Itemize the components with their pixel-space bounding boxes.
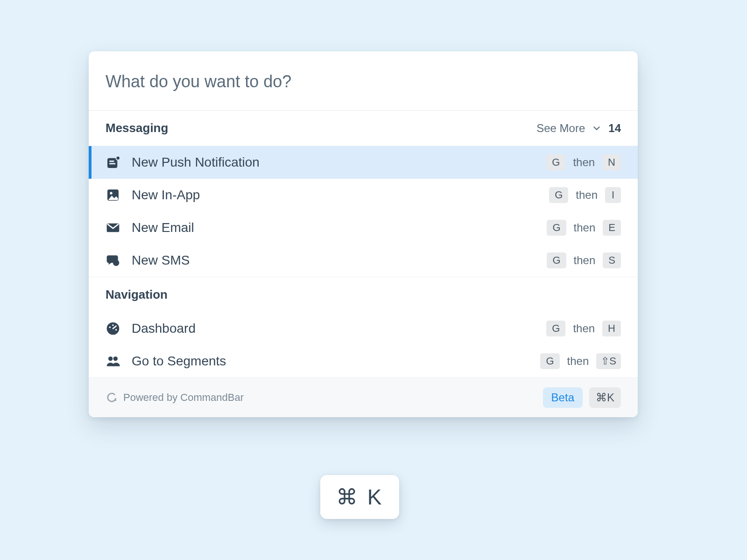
svg-point-7 — [113, 260, 119, 266]
in-app-icon — [106, 188, 120, 203]
key: G — [540, 353, 559, 369]
command-item-new-sms[interactable]: New SMS G then S — [89, 244, 638, 277]
footer-shortcut-badge: ⌘K — [589, 387, 621, 408]
then-label: then — [574, 221, 596, 234]
svg-point-1 — [116, 156, 120, 160]
dashboard-icon — [106, 321, 120, 336]
chevron-down-icon — [592, 123, 602, 133]
section-title: Messaging — [106, 121, 168, 135]
command-list-messaging: New Push Notification G then N New In-Ap… — [89, 146, 638, 277]
then-label: then — [573, 322, 595, 335]
command-label: Dashboard — [132, 321, 196, 336]
command-item-new-push-notification[interactable]: New Push Notification G then N — [89, 146, 638, 179]
key: G — [546, 154, 565, 170]
command-item-new-in-app[interactable]: New In-App G then I — [89, 179, 638, 211]
section-controls: See More 14 — [536, 122, 621, 135]
svg-point-9 — [109, 327, 111, 328]
command-list-navigation: Dashboard G then H Go to Segments G then… — [89, 312, 638, 378]
push-notification-icon — [106, 155, 120, 170]
svg-point-5 — [110, 192, 112, 194]
section-header-navigation: Navigation — [89, 277, 638, 312]
command-label: New Email — [132, 220, 194, 235]
see-more-button[interactable]: See More — [536, 122, 585, 135]
beta-badge[interactable]: Beta — [543, 387, 583, 408]
palette-footer: Powered by CommandBar Beta ⌘K — [89, 378, 638, 417]
section-title: Navigation — [106, 287, 168, 302]
command-shortcut: G then E — [547, 220, 621, 236]
key: G — [547, 220, 566, 236]
command-label: New Push Notification — [132, 155, 260, 170]
key: N — [602, 154, 621, 170]
commandbar-logo-icon — [106, 392, 118, 404]
key: S — [603, 252, 621, 268]
command-palette: Messaging See More 14 New Push Notificat… — [89, 51, 638, 417]
floating-shortcut-label: ⌘ K — [336, 484, 383, 510]
command-label: Go to Segments — [132, 354, 226, 369]
section-count: 14 — [608, 122, 621, 135]
section-header-messaging: Messaging See More 14 — [89, 111, 638, 146]
command-shortcut: G then N — [546, 154, 621, 170]
svg-point-14 — [115, 399, 116, 401]
svg-rect-2 — [109, 161, 114, 162]
command-shortcut: G then ⇧S — [540, 353, 621, 369]
key: G — [547, 252, 566, 268]
key: H — [602, 321, 621, 336]
svg-rect-3 — [109, 163, 115, 164]
svg-point-12 — [108, 357, 113, 361]
then-label: then — [567, 355, 589, 368]
command-item-dashboard[interactable]: Dashboard G then H — [89, 312, 638, 345]
svg-point-11 — [115, 329, 117, 330]
svg-point-13 — [113, 357, 118, 361]
search-input[interactable] — [106, 72, 621, 91]
sms-icon — [106, 253, 120, 268]
svg-point-10 — [112, 324, 113, 326]
search-area — [89, 51, 638, 111]
command-shortcut: G then I — [549, 187, 621, 203]
key: G — [549, 187, 568, 203]
email-icon — [106, 220, 120, 235]
command-label: New SMS — [132, 253, 190, 268]
then-label: then — [574, 254, 596, 267]
key: G — [546, 321, 565, 336]
command-item-go-to-segments[interactable]: Go to Segments G then ⇧S — [89, 345, 638, 378]
then-label: then — [573, 156, 595, 169]
command-item-new-email[interactable]: New Email G then E — [89, 211, 638, 244]
key: E — [603, 220, 621, 236]
powered-by-label: Powered by CommandBar — [123, 392, 244, 404]
key: I — [605, 187, 621, 203]
key: ⇧S — [596, 353, 621, 369]
svg-rect-0 — [107, 158, 117, 168]
floating-shortcut-hint: ⌘ K — [320, 475, 399, 519]
command-shortcut: G then H — [546, 321, 621, 336]
segments-icon — [106, 354, 120, 369]
then-label: then — [576, 189, 598, 202]
command-label: New In-App — [132, 188, 200, 203]
command-shortcut: G then S — [547, 252, 621, 268]
powered-by: Powered by CommandBar — [106, 392, 244, 404]
